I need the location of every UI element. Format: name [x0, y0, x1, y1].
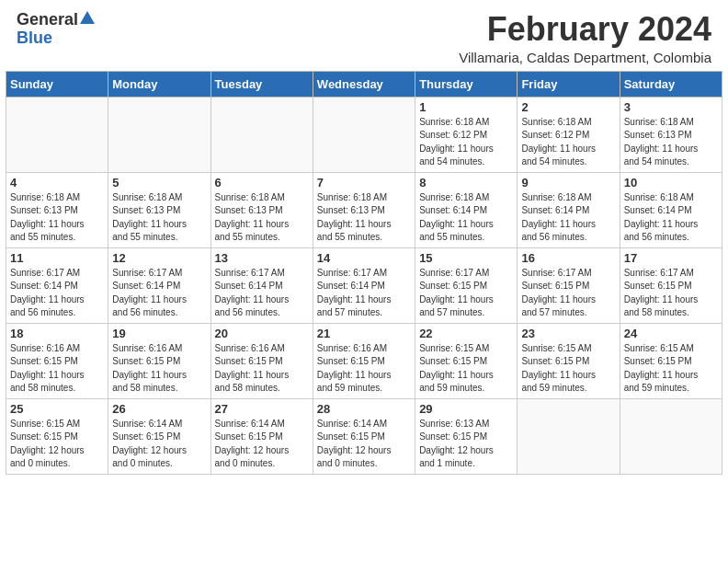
- day-info: Sunrise: 6:15 AMSunset: 6:15 PMDaylight:…: [521, 342, 615, 396]
- page-header: General Blue February 2024 Villamaria, C…: [0, 0, 728, 71]
- day-info: Sunrise: 6:14 AMSunset: 6:15 PMDaylight:…: [215, 418, 309, 471]
- table-row: 7Sunrise: 6:18 AMSunset: 6:13 PMDaylight…: [313, 172, 415, 247]
- table-row: 27Sunrise: 6:14 AMSunset: 6:15 PMDayligh…: [210, 398, 313, 474]
- day-info: Sunrise: 6:18 AMSunset: 6:12 PMDaylight:…: [419, 116, 513, 169]
- day-info: Sunrise: 6:17 AMSunset: 6:15 PMDaylight:…: [419, 267, 513, 320]
- table-row: 10Sunrise: 6:18 AMSunset: 6:14 PMDayligh…: [620, 172, 722, 247]
- day-number: 25: [10, 402, 104, 416]
- day-info: Sunrise: 6:18 AMSunset: 6:14 PMDaylight:…: [521, 191, 615, 245]
- day-number: 20: [215, 327, 309, 340]
- day-number: 6: [215, 176, 309, 190]
- day-info: Sunrise: 6:14 AMSunset: 6:15 PMDaylight:…: [317, 418, 411, 471]
- day-number: 28: [317, 402, 411, 416]
- day-info: Sunrise: 6:17 AMSunset: 6:14 PMDaylight:…: [215, 267, 309, 320]
- table-row: [313, 97, 415, 172]
- day-number: 19: [112, 327, 206, 340]
- table-row: [210, 97, 313, 172]
- day-number: 2: [521, 100, 615, 114]
- day-number: 15: [419, 251, 513, 265]
- day-number: 3: [624, 100, 718, 114]
- day-number: 1: [419, 100, 513, 114]
- table-row: 19Sunrise: 6:16 AMSunset: 6:15 PMDayligh…: [108, 323, 210, 398]
- day-info: Sunrise: 6:16 AMSunset: 6:15 PMDaylight:…: [317, 342, 411, 396]
- calendar-week-row: 18Sunrise: 6:16 AMSunset: 6:15 PMDayligh…: [6, 323, 722, 398]
- table-row: [108, 97, 210, 172]
- day-number: 24: [624, 327, 718, 340]
- col-thursday: Thursday: [415, 71, 518, 97]
- table-row: 2Sunrise: 6:18 AMSunset: 6:12 PMDaylight…: [518, 97, 620, 172]
- day-info: Sunrise: 6:18 AMSunset: 6:13 PMDaylight:…: [317, 191, 411, 245]
- logo-triangle-icon: [80, 11, 95, 26]
- day-info: Sunrise: 6:13 AMSunset: 6:15 PMDaylight:…: [419, 418, 513, 471]
- day-number: 7: [317, 176, 411, 190]
- day-info: Sunrise: 6:14 AMSunset: 6:15 PMDaylight:…: [112, 418, 206, 471]
- table-row: 17Sunrise: 6:17 AMSunset: 6:15 PMDayligh…: [620, 247, 722, 323]
- table-row: 14Sunrise: 6:17 AMSunset: 6:14 PMDayligh…: [313, 247, 415, 323]
- day-info: Sunrise: 6:15 AMSunset: 6:15 PMDaylight:…: [419, 342, 513, 396]
- table-row: 13Sunrise: 6:17 AMSunset: 6:14 PMDayligh…: [210, 247, 313, 323]
- day-info: Sunrise: 6:16 AMSunset: 6:15 PMDaylight:…: [112, 342, 206, 396]
- table-row: 22Sunrise: 6:15 AMSunset: 6:15 PMDayligh…: [415, 323, 518, 398]
- col-wednesday: Wednesday: [313, 71, 415, 97]
- day-info: Sunrise: 6:18 AMSunset: 6:13 PMDaylight:…: [10, 191, 104, 245]
- table-row: 12Sunrise: 6:17 AMSunset: 6:14 PMDayligh…: [108, 247, 210, 323]
- table-row: 20Sunrise: 6:16 AMSunset: 6:15 PMDayligh…: [210, 323, 313, 398]
- day-number: 21: [317, 327, 411, 340]
- table-row: 25Sunrise: 6:15 AMSunset: 6:15 PMDayligh…: [6, 398, 108, 474]
- table-row: 21Sunrise: 6:16 AMSunset: 6:15 PMDayligh…: [313, 323, 415, 398]
- table-row: 28Sunrise: 6:14 AMSunset: 6:15 PMDayligh…: [313, 398, 415, 474]
- day-info: Sunrise: 6:15 AMSunset: 6:15 PMDaylight:…: [10, 418, 104, 471]
- table-row: 26Sunrise: 6:14 AMSunset: 6:15 PMDayligh…: [108, 398, 210, 474]
- day-number: 14: [317, 251, 411, 265]
- calendar-header-row: Sunday Monday Tuesday Wednesday Thursday…: [6, 71, 722, 97]
- table-row: 4Sunrise: 6:18 AMSunset: 6:13 PMDaylight…: [6, 172, 108, 247]
- col-monday: Monday: [108, 71, 210, 97]
- logo: General Blue: [17, 11, 95, 48]
- calendar-week-row: 25Sunrise: 6:15 AMSunset: 6:15 PMDayligh…: [6, 398, 722, 474]
- day-info: Sunrise: 6:18 AMSunset: 6:13 PMDaylight:…: [624, 116, 718, 169]
- table-row: 11Sunrise: 6:17 AMSunset: 6:14 PMDayligh…: [6, 247, 108, 323]
- day-info: Sunrise: 6:17 AMSunset: 6:15 PMDaylight:…: [624, 267, 718, 320]
- table-row: 5Sunrise: 6:18 AMSunset: 6:13 PMDaylight…: [108, 172, 210, 247]
- day-info: Sunrise: 6:18 AMSunset: 6:13 PMDaylight:…: [112, 191, 206, 245]
- calendar-week-row: 1Sunrise: 6:18 AMSunset: 6:12 PMDaylight…: [6, 97, 722, 172]
- day-info: Sunrise: 6:16 AMSunset: 6:15 PMDaylight:…: [215, 342, 309, 396]
- day-number: 29: [419, 402, 513, 416]
- day-info: Sunrise: 6:17 AMSunset: 6:14 PMDaylight:…: [317, 267, 411, 320]
- title-section: February 2024 Villamaria, Caldas Departm…: [459, 11, 711, 65]
- day-number: 4: [10, 176, 104, 190]
- table-row: 3Sunrise: 6:18 AMSunset: 6:13 PMDaylight…: [620, 97, 722, 172]
- day-number: 10: [624, 176, 718, 190]
- col-tuesday: Tuesday: [210, 71, 313, 97]
- day-info: Sunrise: 6:15 AMSunset: 6:15 PMDaylight:…: [624, 342, 718, 396]
- day-info: Sunrise: 6:18 AMSunset: 6:14 PMDaylight:…: [624, 191, 718, 245]
- calendar-week-row: 4Sunrise: 6:18 AMSunset: 6:13 PMDaylight…: [6, 172, 722, 247]
- table-row: 16Sunrise: 6:17 AMSunset: 6:15 PMDayligh…: [518, 247, 620, 323]
- day-number: 13: [215, 251, 309, 265]
- day-number: 22: [419, 327, 513, 340]
- day-number: 18: [10, 327, 104, 340]
- day-info: Sunrise: 6:16 AMSunset: 6:15 PMDaylight:…: [10, 342, 104, 396]
- day-info: Sunrise: 6:18 AMSunset: 6:14 PMDaylight:…: [419, 191, 513, 245]
- col-sunday: Sunday: [6, 71, 108, 97]
- day-info: Sunrise: 6:17 AMSunset: 6:15 PMDaylight:…: [521, 267, 615, 320]
- calendar-location: Villamaria, Caldas Department, Colombia: [459, 50, 711, 65]
- day-number: 8: [419, 176, 513, 190]
- logo-general-text: General: [17, 11, 78, 29]
- day-info: Sunrise: 6:17 AMSunset: 6:14 PMDaylight:…: [10, 267, 104, 320]
- calendar-week-row: 11Sunrise: 6:17 AMSunset: 6:14 PMDayligh…: [6, 247, 722, 323]
- calendar-table: Sunday Monday Tuesday Wednesday Thursday…: [6, 71, 722, 475]
- day-number: 23: [521, 327, 615, 340]
- calendar-body: 1Sunrise: 6:18 AMSunset: 6:12 PMDaylight…: [6, 97, 722, 474]
- day-number: 11: [10, 251, 104, 265]
- logo-blue-text: Blue: [17, 29, 52, 47]
- day-info: Sunrise: 6:18 AMSunset: 6:12 PMDaylight:…: [521, 116, 615, 169]
- day-number: 5: [112, 176, 206, 190]
- table-row: 15Sunrise: 6:17 AMSunset: 6:15 PMDayligh…: [415, 247, 518, 323]
- table-row: 6Sunrise: 6:18 AMSunset: 6:13 PMDaylight…: [210, 172, 313, 247]
- table-row: [6, 97, 108, 172]
- day-number: 26: [112, 402, 206, 416]
- calendar-wrapper: Sunday Monday Tuesday Wednesday Thursday…: [0, 71, 728, 480]
- col-friday: Friday: [518, 71, 620, 97]
- col-saturday: Saturday: [620, 71, 722, 97]
